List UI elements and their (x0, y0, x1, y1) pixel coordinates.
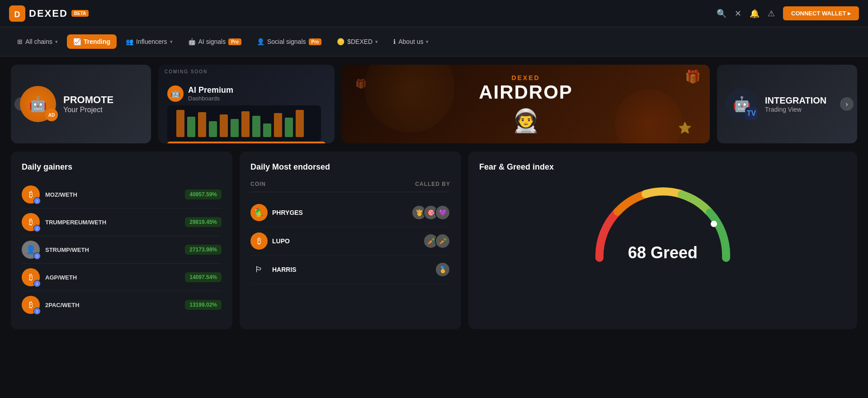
social-signals-nav[interactable]: 👤 Social signals Pro (250, 34, 328, 49)
token-symbol-icon: ₿ (29, 273, 33, 282)
token-pct: 40957.59% (185, 190, 222, 199)
nav-right: 🔍 ✕ 🔔 ⚠ CONNECT WALLET ▸ (717, 6, 859, 20)
navbar: D DEXED BETA 🔍 ✕ 🔔 ⚠ CONNECT WALLET ▸ (0, 0, 868, 27)
token-name: MOZ/WETH (45, 191, 179, 198)
endorsed-coin: 🏳 HARRIS (250, 261, 348, 278)
search-button[interactable]: 🔍 (717, 9, 726, 19)
beta-badge: BETA (71, 10, 89, 17)
caller-avatar: 💜 (435, 205, 450, 220)
x-button[interactable]: ✕ (735, 9, 741, 19)
promote-subtitle: Your Project (63, 106, 113, 114)
daily-gainers-panel: Daily gainers ₿ Ξ MOZ/WETH 40957.59% ₿ Ξ… (11, 152, 232, 329)
ai-signals-icon: 🤖 (188, 38, 196, 45)
gainer-row[interactable]: ₿ Ξ MOZ/WETH 40957.59% (22, 181, 222, 208)
endorsed-title: Daily Most endorsed (250, 162, 450, 172)
about-us-chevron: ▾ (426, 39, 429, 45)
token-icon: ₿ Ξ (22, 268, 40, 286)
about-us-label: About us (398, 38, 423, 45)
svg-rect-13 (296, 110, 304, 137)
integration-banner[interactable]: › 🤖 TV INTEGRATION Trading View (717, 65, 857, 143)
promote-robot-icon: 🤖 AD (20, 86, 56, 122)
fear-greed-title: Fear & Greed index (479, 162, 846, 172)
token-name: STRUMP/WETH (45, 246, 179, 253)
token-pct: 29819.45% (185, 217, 222, 227)
ai-banner-title: AI Premium (188, 85, 233, 95)
coming-soon-label: COMING SOON (165, 69, 208, 74)
banner-next-button[interactable]: › (840, 97, 854, 111)
coin-col-header: COIN (250, 181, 350, 187)
chain-badge: Ξ (33, 308, 41, 315)
gainers-title: Daily gainers (22, 162, 222, 172)
airdrop-banner[interactable]: 🎁 🎁 ⭐ DEXED AIRDROP 👨‍🚀 (342, 65, 710, 143)
ai-text: AI Premium Dashboards (188, 85, 233, 102)
airdrop-title-text: AIRDROP (479, 81, 573, 103)
about-us-nav[interactable]: ℹ About us ▾ (387, 34, 435, 49)
called-by-col-header: CALLED BY (350, 181, 450, 187)
svg-rect-4 (198, 112, 206, 137)
connect-wallet-button[interactable]: CONNECT WALLET ▸ (783, 6, 859, 20)
gainer-row[interactable]: ₿ Ξ AGP/WETH 14097.54% (22, 264, 222, 291)
trending-label: Trending (84, 38, 110, 45)
endorsed-row[interactable]: 🦜 PHRYGES 👸🎯💜 (250, 199, 450, 227)
token-symbol-icon: ₿ (29, 218, 33, 227)
endorsed-row[interactable]: 🏳 HARRIS 🏅 (250, 256, 450, 284)
called-avatars: 🏅 (353, 262, 450, 277)
integration-text: INTEGRATION Trading View (765, 95, 826, 113)
preorder-button[interactable]: PRE-ORDER YOUR LIFETIME ACCESS (167, 142, 326, 143)
ai-premium-banner[interactable]: COMING SOON 🤖 AI Premium Dashboards (158, 65, 335, 143)
called-avatars: 🥕🥕 (353, 233, 450, 249)
svg-rect-12 (285, 118, 293, 137)
chain-badge: Ξ (33, 280, 41, 287)
gauge-container: 68 Greed (479, 181, 846, 271)
token-name: TRUMPEREUM/WETH (45, 219, 179, 226)
dexed-nav[interactable]: 🪙 $DEXED ▾ (330, 34, 384, 49)
influencers-chevron: ▾ (170, 39, 173, 45)
endorsed-panel: Daily Most endorsed COIN CALLED BY 🦜 PHR… (240, 152, 461, 329)
endorsed-list: 🦜 PHRYGES 👸🎯💜 ₿ LUPO 🥕🥕 🏳 HARRIS 🏅 (250, 199, 450, 284)
token-icon: ₿ Ξ (22, 185, 40, 204)
integration-subtitle: Trading View (765, 106, 826, 113)
social-signals-pro-badge: Pro (309, 38, 322, 45)
about-us-icon: ℹ (393, 38, 396, 45)
coin-icon: 🦜 (250, 204, 268, 221)
called-avatars: 👸🎯💜 (353, 205, 450, 220)
token-icon: 👤 Ξ (22, 241, 40, 259)
coin-icon: 🏳 (250, 261, 268, 278)
ai-signals-nav[interactable]: 🤖 AI signals Pro (182, 34, 248, 49)
dexed-label: $DEXED (347, 38, 373, 45)
svg-rect-7 (231, 119, 239, 137)
all-chains-nav[interactable]: ⊞ All chains ▾ (11, 34, 64, 49)
endorsed-coin: ₿ LUPO (250, 232, 348, 250)
trending-nav[interactable]: 📈 Trending (67, 34, 117, 49)
ai-mockup-display (167, 105, 321, 142)
gainer-row[interactable]: ₿ Ξ 2PAC/WETH 13199.02% (22, 291, 222, 318)
dexed-chevron: ▾ (375, 39, 378, 45)
coin-icon: ₿ (250, 232, 268, 250)
promote-banner[interactable]: ‹ 🤖 AD PROMOTE Your Project (11, 65, 151, 143)
banners-section: ‹ 🤖 AD PROMOTE Your Project COMING SOON … (0, 57, 868, 152)
all-chains-chevron: ▾ (55, 39, 58, 45)
alert-button[interactable]: ⚠ (768, 9, 775, 19)
svg-rect-3 (187, 117, 195, 137)
gainer-row[interactable]: ₿ Ξ TRUMPEREUM/WETH 29819.45% (22, 208, 222, 236)
svg-text:D: D (14, 10, 20, 19)
coin-name: LUPO (272, 237, 290, 245)
chains-icon: ⊞ (17, 38, 23, 45)
gainer-row[interactable]: 👤 Ξ STRUMP/WETH 27173.98% (22, 236, 222, 264)
svg-rect-6 (220, 114, 228, 137)
promote-title: PROMOTE (63, 94, 113, 106)
token-icon: ₿ Ξ (22, 213, 40, 231)
influencers-nav[interactable]: 👥 Influencers ▾ (119, 34, 179, 49)
endorsed-row[interactable]: ₿ LUPO 🥕🥕 (250, 227, 450, 256)
caller-avatar: 🏅 (435, 262, 450, 277)
svg-rect-5 (209, 121, 217, 137)
coin-symbol: 🏳 (255, 265, 263, 275)
svg-point-14 (711, 221, 717, 227)
logo-text: DEXED (29, 8, 68, 19)
integration-icon: 🤖 TV (726, 88, 758, 120)
airdrop-brand: DEXED (511, 74, 540, 81)
bell-button[interactable]: 🔔 (750, 9, 760, 19)
caller-avatar: 🥕 (435, 233, 450, 249)
chain-badge: Ξ (33, 225, 41, 232)
token-symbol-icon: ₿ (29, 300, 33, 310)
